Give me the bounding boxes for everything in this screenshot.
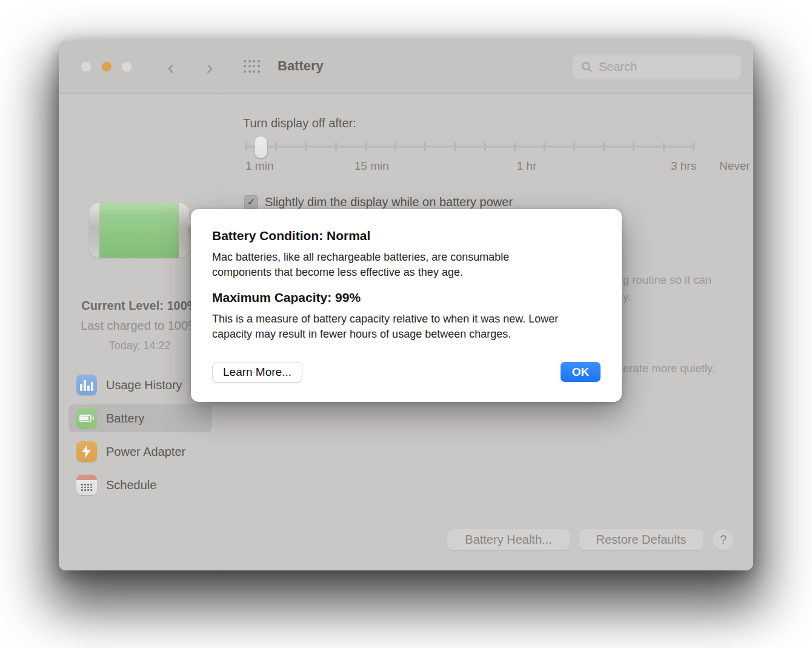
condition-body: Mac batteries, like all rechargeable bat… [212, 250, 561, 280]
slider-ticks [245, 142, 694, 151]
ok-button[interactable]: OK [561, 362, 601, 382]
battery-health-button[interactable]: Battery Health... [447, 529, 570, 550]
tick-label-15min: 15 min [354, 159, 389, 173]
battery-cap-left [89, 203, 99, 258]
learn-more-button[interactable]: Learn More... [212, 362, 302, 382]
search-icon [581, 61, 593, 73]
title-bar: ‹ › Battery [59, 41, 753, 94]
back-icon[interactable]: ‹ [160, 52, 182, 82]
sidebar-item-battery[interactable]: Battery [68, 404, 212, 432]
help-button[interactable]: ? [713, 529, 734, 550]
battery-level-graphic [89, 203, 189, 258]
dim-display-row: ✓ Slightly dim the display while on batt… [244, 195, 513, 209]
slider-tick-labels: 1 min 15 min 1 hr 3 hrs Never [245, 159, 718, 175]
battery-condition-dialog: Battery Condition: Normal Mac batteries,… [191, 209, 622, 402]
checkmark-icon: ✓ [247, 196, 255, 209]
sidebar-item-label: Usage History [106, 378, 182, 392]
battery-fill [99, 203, 179, 258]
tick-label-never: Never [719, 159, 750, 173]
zoom-button[interactable] [122, 62, 131, 72]
condition-heading: Battery Condition: Normal [212, 229, 370, 243]
sidebar-item-label: Power Adapter [106, 445, 185, 459]
usage-history-icon [76, 375, 97, 395]
tick-label-1min: 1 min [245, 159, 273, 173]
show-all-grid-icon[interactable] [242, 59, 261, 74]
slider-thumb[interactable] [255, 136, 267, 158]
tick-label-1hr: 1 hr [517, 159, 537, 173]
restore-defaults-button[interactable]: Restore Defaults [579, 529, 704, 550]
capacity-heading: Maximum Capacity: 99% [212, 290, 361, 305]
display-off-slider[interactable] [245, 136, 694, 158]
search-field[interactable] [573, 55, 741, 79]
display-off-label: Turn display off after: [243, 116, 356, 130]
search-input[interactable] [599, 60, 726, 74]
dim-display-label: Slightly dim the display while on batter… [265, 195, 513, 209]
occluded-text-fragment: g routine so it can [623, 273, 711, 287]
window-title: Battery [278, 58, 324, 74]
sidebar-item-schedule[interactable]: Schedule [68, 471, 212, 499]
occluded-text-fragment: y. [623, 290, 631, 304]
tick-label-3hrs: 3 hrs [671, 159, 696, 173]
battery-icon [76, 408, 97, 429]
minimize-button[interactable] [102, 62, 111, 72]
capacity-body: This is a measure of battery capacity re… [212, 312, 594, 342]
sidebar-item-label: Schedule [106, 478, 156, 492]
dim-display-checkbox[interactable]: ✓ [244, 195, 258, 209]
forward-icon[interactable]: › [199, 52, 221, 82]
occluded-text-fragment: erate more quietly. [623, 362, 715, 375]
schedule-icon [76, 475, 97, 495]
sidebar-item-power-adapter[interactable]: Power Adapter [68, 438, 212, 466]
close-button[interactable] [81, 62, 91, 72]
sidebar-item-label: Battery [106, 412, 144, 426]
power-adapter-icon [76, 441, 97, 462]
